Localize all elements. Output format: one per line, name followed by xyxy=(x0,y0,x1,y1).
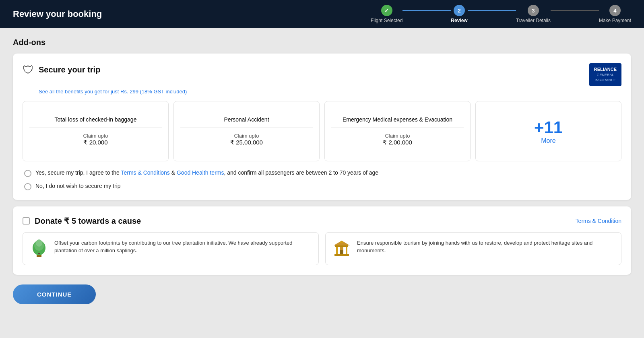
svg-rect-8 xyxy=(346,247,347,254)
donate-item-1: Offset your carbon footprints by contrib… xyxy=(23,232,319,265)
donate-items: Offset your carbon footprints by contrib… xyxy=(23,232,621,265)
step-circle-4: 4 xyxy=(609,5,621,16)
donate-item-2-text: Ensure responsible tourism by joining ha… xyxy=(357,239,615,255)
svg-rect-9 xyxy=(335,245,348,247)
radio-circle-yes[interactable] xyxy=(24,170,31,177)
addons-title: Add-ons xyxy=(13,38,631,47)
radio-no[interactable]: No, I do not wish to secure my trip xyxy=(24,183,621,190)
reliance-logo-line3: INSURANCE xyxy=(594,78,617,83)
donate-terms-link[interactable]: Terms & Condition xyxy=(576,218,621,224)
radio-yes-mid: & xyxy=(170,169,177,176)
step-line-2 xyxy=(468,10,516,11)
step-circle-2: 2 xyxy=(454,5,465,16)
benefit-amount-2: ₹ 25,00,000 xyxy=(230,139,263,146)
step-review: 2 Review xyxy=(451,5,467,23)
stepper: ✓ Flight Selected 2 Review 3 Traveller D… xyxy=(371,5,631,23)
insurance-card-header-left: 🛡 Secure your trip xyxy=(23,63,100,76)
benefit-card-more[interactable]: +11 More xyxy=(475,101,621,161)
page-title: Review your booking xyxy=(13,9,102,19)
heritage-icon xyxy=(332,239,351,258)
radio-yes[interactable]: Yes, secure my trip, I agree to the Term… xyxy=(24,169,621,177)
benefit-name-1: Total loss of checked-in baggage xyxy=(29,116,162,128)
radio-yes-prefix: Yes, secure my trip, I agree to the xyxy=(35,169,121,176)
insurance-subtitle[interactable]: See all the benefits you get for just Rs… xyxy=(39,89,621,95)
header: Review your booking ✓ Flight Selected 2 … xyxy=(0,0,644,28)
step-line-3 xyxy=(551,10,599,11)
step-circle-1: ✓ xyxy=(381,5,392,16)
benefit-card-1: Total loss of checked-in baggage Claim u… xyxy=(23,101,169,161)
donate-item-1-text: Offset your carbon footprints by contrib… xyxy=(54,239,312,255)
benefit-amount-1: ₹ 20,000 xyxy=(83,139,107,146)
terms-conditions-link[interactable]: Terms & Conditions xyxy=(121,169,169,176)
step-traveller: 3 Traveller Details xyxy=(516,5,551,23)
donate-item-2: Ensure responsible tourism by joining ha… xyxy=(325,232,621,265)
reliance-logo: RELIANCE GENERAL INSURANCE xyxy=(589,63,621,86)
step-label-4: Make Payment xyxy=(599,18,631,23)
reliance-logo-line1: RELIANCE xyxy=(594,66,617,72)
radio-circle-no[interactable] xyxy=(24,183,31,190)
donate-card: Donate ₹ 5 towards a cause Terms & Condi… xyxy=(13,206,631,275)
shield-icon: 🛡 xyxy=(23,63,34,76)
svg-rect-10 xyxy=(340,250,343,254)
main-content: Add-ons 🛡 Secure your trip RELIANCE GENE… xyxy=(0,28,644,314)
step-label-3: Traveller Details xyxy=(516,18,551,23)
radio-no-text: No, I do not wish to secure my trip xyxy=(35,183,121,189)
benefit-claim-label-1: Claim upto xyxy=(83,133,108,139)
tree-icon xyxy=(29,239,49,258)
step-payment: 4 Make Payment xyxy=(599,5,631,23)
svg-rect-4 xyxy=(38,253,40,254)
svg-point-3 xyxy=(36,239,42,247)
step-label-2: Review xyxy=(451,18,467,23)
step-label-1: Flight Selected xyxy=(371,18,402,23)
reliance-logo-line2: GENERAL xyxy=(594,72,617,78)
svg-rect-12 xyxy=(340,241,343,243)
benefit-card-2: Personal Accident Claim upto ₹ 25,00,000 xyxy=(173,101,320,161)
svg-rect-5 xyxy=(334,254,349,256)
radio-yes-suffix: , and confirm all passengers are between… xyxy=(224,169,378,176)
good-health-link[interactable]: Good Health terms xyxy=(177,169,224,176)
step-flight-selected: ✓ Flight Selected xyxy=(371,5,402,23)
insurance-radio-options: Yes, secure my trip, I agree to the Term… xyxy=(23,169,621,190)
benefit-claim-label-3: Claim upto xyxy=(385,133,410,139)
insurance-title: Secure your trip xyxy=(39,65,100,74)
benefit-card-3: Emergency Medical expenses & Evacuation … xyxy=(324,101,471,161)
step-line-1 xyxy=(402,10,451,11)
donate-header: Donate ₹ 5 towards a cause Terms & Condi… xyxy=(23,216,621,226)
benefit-name-2: Personal Accident xyxy=(180,116,313,128)
insurance-card: 🛡 Secure your trip RELIANCE GENERAL INSU… xyxy=(13,54,631,200)
donate-header-left: Donate ₹ 5 towards a cause xyxy=(23,216,141,226)
benefit-name-3: Emergency Medical expenses & Evacuation xyxy=(331,116,464,128)
insurance-card-header: 🛡 Secure your trip RELIANCE GENERAL INSU… xyxy=(23,63,621,86)
continue-button[interactable]: CONTINUE xyxy=(13,284,96,304)
insurance-benefits-row: Total loss of checked-in baggage Claim u… xyxy=(23,101,621,161)
svg-rect-6 xyxy=(336,247,338,254)
more-text: More xyxy=(541,137,555,144)
donate-checkbox[interactable] xyxy=(23,217,30,225)
donate-title: Donate ₹ 5 towards a cause xyxy=(35,216,141,226)
more-number: +11 xyxy=(534,118,563,137)
benefit-claim-label-2: Claim upto xyxy=(234,133,259,139)
benefit-amount-3: ₹ 2,00,000 xyxy=(383,139,412,146)
step-circle-3: 3 xyxy=(528,5,539,16)
radio-yes-text: Yes, secure my trip, I agree to the Term… xyxy=(35,169,378,176)
